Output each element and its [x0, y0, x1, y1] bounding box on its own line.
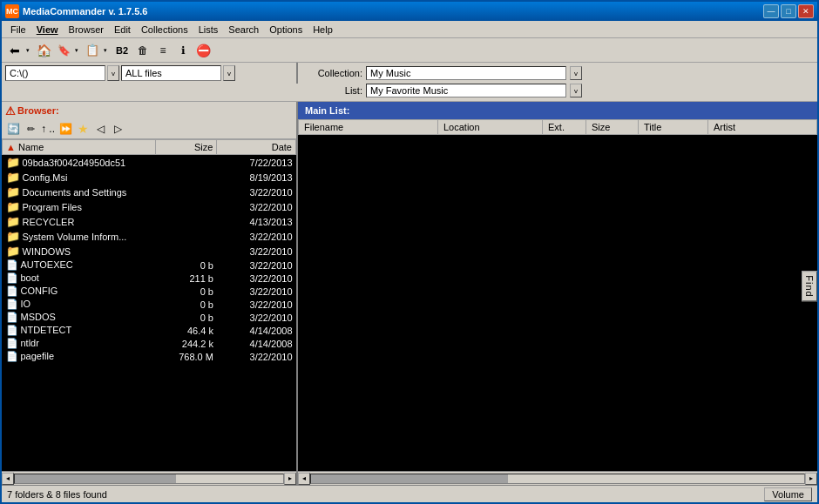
file-row[interactable]: 📁09bda3f0042d4950dc51 7/22/2013	[3, 155, 296, 171]
bookmark-btn[interactable]: 🔖 ▾	[54, 40, 82, 61]
app-title: MediaCommander v. 1.7.5.6	[23, 6, 763, 17]
right-hscroll-left-btn[interactable]: ◂	[298, 473, 310, 485]
file-name-cell: 📄ntldr	[3, 337, 156, 350]
refresh-btn[interactable]: 🔄	[5, 121, 21, 137]
file-date-cell: 8/19/2013	[217, 170, 296, 185]
file-row[interactable]: 📄pagefile 768.0 M 3/22/2010	[3, 350, 296, 363]
menu-collections[interactable]: Collections	[136, 23, 193, 37]
path-dropdown-btn[interactable]: v	[107, 65, 119, 81]
minimize-button[interactable]: —	[763, 4, 779, 18]
col-header-ext[interactable]: Ext.	[543, 120, 586, 135]
file-row[interactable]: 📄IO 0 b 3/22/2010	[3, 298, 296, 311]
file-tbody: 📁09bda3f0042d4950dc51 7/22/2013 📁Config.…	[3, 155, 296, 364]
left-hscroll-track[interactable]	[14, 474, 284, 484]
left-addr-bar: v v	[2, 63, 298, 84]
filter-dropdown-btn[interactable]: v	[223, 65, 235, 81]
col-header-title[interactable]: Title	[639, 120, 708, 135]
file-row[interactable]: 📄ntldr 244.2 k 4/14/2008	[3, 337, 296, 350]
col-header-location[interactable]: Location	[438, 120, 543, 135]
app-icon: MC	[5, 4, 19, 18]
file-name-cell: 📁System Volume Inform...	[3, 229, 156, 244]
col-header-date[interactable]: Date	[217, 140, 296, 155]
media-table: Filename Location Ext. Size Title Artist	[298, 119, 817, 471]
file-row[interactable]: 📁WINDOWS 3/22/2010	[3, 244, 296, 259]
file-date-cell: 3/22/2010	[217, 244, 296, 259]
file-date-cell: 4/14/2008	[217, 337, 296, 350]
up-btn[interactable]: ↑ ..	[40, 121, 56, 137]
file-name-cell: 📄pagefile	[3, 350, 156, 363]
col-header-size[interactable]: Size	[156, 140, 217, 155]
file-size-cell: 768.0 M	[156, 350, 217, 363]
file-row[interactable]: 📄MSDOS 0 b 3/22/2010	[3, 311, 296, 324]
volume-btn[interactable]: Volume	[764, 487, 812, 501]
menu-search[interactable]: Search	[223, 23, 264, 37]
browser-label: Browser:	[17, 105, 59, 116]
left-hscroll-right-btn[interactable]: ▸	[284, 473, 296, 485]
file-size-cell	[156, 229, 217, 244]
menu-options[interactable]: Options	[264, 23, 308, 37]
menu-help[interactable]: Help	[308, 23, 338, 37]
nav-pencil-btn[interactable]: ✏	[23, 121, 38, 137]
sort-icon: ▲	[6, 142, 16, 152]
maximize-button[interactable]: □	[781, 4, 796, 18]
file-row[interactable]: 📁System Volume Inform... 3/22/2010	[3, 229, 296, 244]
file-row[interactable]: 📁RECYCLER 4/13/2013	[3, 214, 296, 229]
file-date-cell: 3/22/2010	[217, 298, 296, 311]
file-name-cell: 📄AUTOEXEC	[3, 259, 156, 272]
menu-edit[interactable]: Edit	[109, 23, 136, 37]
file-row[interactable]: 📄AUTOEXEC 0 b 3/22/2010	[3, 259, 296, 272]
filter-input[interactable]	[121, 65, 221, 81]
home-btn[interactable]: 🏠	[34, 41, 53, 60]
right-hscroll-track[interactable]	[310, 474, 805, 484]
file-row[interactable]: 📁Config.Msi 8/19/2013	[3, 170, 296, 185]
menu-browser[interactable]: Browser	[64, 23, 109, 37]
file-size-cell: 0 b	[156, 259, 217, 272]
file-size-cell: 46.4 k	[156, 324, 217, 337]
prev-btn[interactable]: ◁	[92, 121, 108, 137]
info-btn[interactable]: ℹ	[173, 41, 193, 60]
file-row[interactable]: 📁Program Files 3/22/2010	[3, 199, 296, 214]
file-row[interactable]: 📄boot 211 b 3/22/2010	[3, 272, 296, 285]
menu-lists[interactable]: Lists	[193, 23, 224, 37]
left-hscroll-left-btn[interactable]: ◂	[2, 473, 14, 485]
list-btn[interactable]: ≡	[153, 41, 173, 60]
copy-btn[interactable]: 📋 ▾	[83, 40, 111, 61]
btn-b2[interactable]: B2	[112, 41, 132, 60]
collection-dropdown-btn[interactable]: v	[570, 66, 582, 80]
stop-btn[interactable]: ⛔	[193, 41, 213, 60]
find-button[interactable]: Find	[802, 271, 817, 301]
file-table: ▲ Name Size Date 📁09bda3f0042d4950dc51 7…	[2, 139, 296, 471]
collection-label: Collection:	[301, 68, 362, 78]
browser-toolbar: 🔄 ✏ ↑ .. ⏩ ★ ◁ ▷	[2, 119, 296, 138]
file-size-cell: 244.2 k	[156, 337, 217, 350]
file-row[interactable]: 📄NTDETECT 46.4 k 4/14/2008	[3, 324, 296, 337]
file-name-cell: 📄MSDOS	[3, 311, 156, 324]
next-btn[interactable]: ▷	[110, 121, 125, 137]
close-button[interactable]: ✕	[798, 4, 814, 18]
col-header-size[interactable]: Size	[586, 120, 639, 135]
file-row[interactable]: 📄CONFIG 0 b 3/22/2010	[3, 285, 296, 298]
menu-view[interactable]: View	[31, 23, 64, 37]
star-btn[interactable]: ★	[75, 121, 91, 137]
list-input[interactable]	[366, 84, 566, 97]
delete-btn[interactable]: 🗑	[133, 41, 152, 60]
col-header-filename[interactable]: Filename	[299, 120, 438, 135]
file-row[interactable]: 📁Documents and Settings 3/22/2010	[3, 185, 296, 199]
file-table-inner: ▲ Name Size Date 📁09bda3f0042d4950dc51 7…	[2, 139, 296, 363]
list-dropdown-btn[interactable]: v	[570, 84, 582, 97]
right-hscroll-right-btn[interactable]: ▸	[805, 473, 817, 485]
file-size-cell	[156, 214, 217, 229]
collection-input[interactable]	[366, 66, 566, 80]
file-size-cell	[156, 199, 217, 214]
fwd-btn[interactable]: ⏩	[58, 121, 73, 137]
col-header-name[interactable]: ▲ Name	[3, 140, 156, 155]
file-date-cell: 3/22/2010	[217, 259, 296, 272]
back-btn[interactable]: ⬅ ▾	[5, 40, 33, 61]
col-header-artist[interactable]: Artist	[708, 120, 817, 135]
file-name-cell: 📁Config.Msi	[3, 170, 156, 185]
menu-file[interactable]: File	[5, 23, 31, 37]
main-content: ⚠ Browser: 🔄 ✏ ↑ .. ⏩ ★ ◁ ▷	[2, 102, 817, 471]
left-hscroll: ◂ ▸	[2, 472, 298, 485]
file-date-cell: 3/22/2010	[217, 311, 296, 324]
path-input[interactable]	[5, 65, 105, 81]
